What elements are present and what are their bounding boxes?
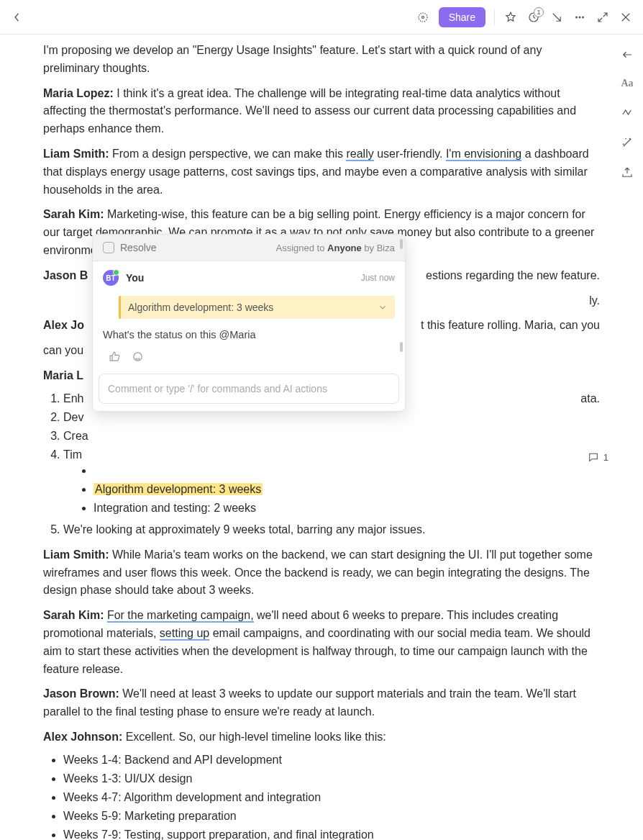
list-item: Weeks 4-7: Algorithm development and int…	[63, 788, 600, 807]
author-name: You	[126, 272, 144, 284]
avatar: BT	[103, 270, 119, 286]
timeline-bullets: Weeks 1-4: Backend and API development W…	[63, 751, 600, 840]
sarah-paragraph-2: Sarah Kim: For the marketing campaign, w…	[43, 607, 600, 678]
list-item: Weeks 1-4: Backend and API development	[63, 751, 600, 769]
speaker-label: Maria Lopez:	[43, 87, 114, 99]
list-item-highlighted: Algorithm development: 3 weeks	[94, 480, 600, 499]
list-item: Weeks 5-9: Marketing preparation	[63, 807, 600, 826]
scrollbar-thumb[interactable]	[400, 342, 403, 352]
intro-paragraph: I'm proposing we develop an "Energy Usag…	[43, 42, 600, 78]
quoted-text-chip[interactable]: Algorithm development: 3 weeks	[119, 296, 395, 319]
back-icon[interactable]	[10, 10, 24, 24]
underline-envisioning: I'm envisioning	[446, 148, 521, 161]
comment-count-indicator[interactable]: 1	[588, 451, 608, 463]
list-item: Tim Algorithm development: 3 weeks Integ…	[63, 446, 600, 520]
assigned-label[interactable]: Assigned to Anyone by Biza	[276, 243, 395, 253]
liam-paragraph-1: Liam Smith: From a design perspective, w…	[43, 145, 600, 199]
svg-point-1	[421, 16, 424, 18]
list-item: Integration and testing: 2 weeks	[94, 499, 600, 518]
target-icon[interactable]	[416, 10, 430, 24]
sub-bullets: Algorithm development: 3 weeks Integrati…	[94, 461, 600, 518]
clock-icon[interactable]	[526, 10, 541, 24]
list-item	[94, 461, 600, 480]
list-item: Weeks 7-9: Testing, support preparation,…	[63, 826, 600, 840]
svg-point-3	[576, 17, 578, 18]
popup-header: Resolve Assigned to Anyone by Biza	[93, 235, 405, 261]
svg-point-4	[579, 17, 580, 18]
document-body: I'm proposing we develop an "Energy Usag…	[0, 42, 643, 840]
chevron-down-icon[interactable]	[378, 302, 388, 312]
timestamp: Just now	[361, 273, 395, 283]
list-item: Weeks 1-3: UI/UX design	[63, 769, 600, 788]
maria-paragraph-1: Maria Lopez: I think it's a great idea. …	[43, 85, 600, 138]
svg-point-5	[583, 17, 584, 18]
scrollbar-thumb[interactable]	[400, 239, 403, 249]
divider	[494, 9, 495, 25]
liam-paragraph-2: Liam Smith: While Maria's team works on …	[43, 546, 600, 600]
top-toolbar: Share	[0, 0, 643, 35]
thumbs-up-icon[interactable]	[107, 349, 122, 363]
highlight[interactable]: Algorithm development: 3 weeks	[94, 483, 263, 495]
list-item: Crea	[63, 427, 600, 446]
comment-input[interactable]: Comment or type '/' for commands and AI …	[99, 374, 399, 404]
svg-point-0	[419, 13, 427, 22]
checkbox-icon[interactable]	[103, 242, 114, 253]
more-icon[interactable]	[573, 10, 587, 24]
comment-author-row: BT You Just now	[103, 270, 395, 286]
underline-really: really	[346, 148, 373, 161]
comment-popup: Resolve Assigned to Anyone by Biza BT Yo…	[92, 234, 406, 412]
jason-paragraph-2: Jason Brown: We'll need at least 3 weeks…	[43, 685, 600, 721]
star-icon[interactable]	[503, 10, 518, 24]
share-button[interactable]: Share	[439, 7, 485, 27]
list-item: We're looking at approximately 9 weeks t…	[63, 520, 600, 539]
resolve-toggle[interactable]: Resolve	[103, 242, 157, 253]
reaction-row	[103, 348, 395, 366]
download-icon[interactable]	[549, 10, 564, 24]
alex-paragraph-2: Alex Johnson: Excellent. So, our high-le…	[43, 728, 600, 746]
comment-icon	[588, 451, 599, 463]
expand-icon[interactable]	[596, 10, 610, 24]
comment-text: What's the status on this @Maria	[103, 326, 395, 348]
emoji-icon[interactable]	[130, 349, 145, 363]
close-icon[interactable]	[619, 10, 633, 24]
